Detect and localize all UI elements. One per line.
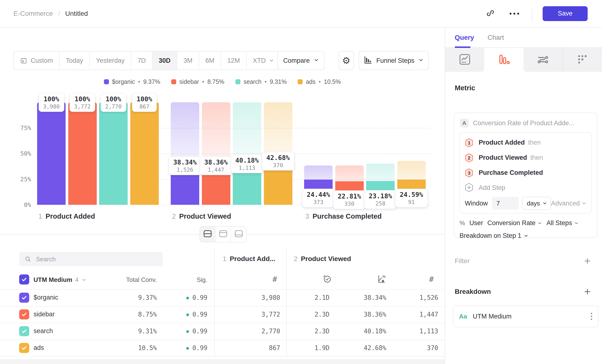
sig-header[interactable]: Sig. <box>153 276 207 284</box>
advanced-toggle[interactable]: Advanced <box>551 200 586 207</box>
bar-percent: 23.18% <box>369 192 392 200</box>
svg-text:2: 2 <box>468 155 471 160</box>
metric-section-label: Metric <box>455 84 475 92</box>
metric-step-1[interactable]: 1Product Addedthen <box>465 135 586 150</box>
tab-query[interactable]: Query <box>455 34 474 42</box>
select-all-checkbox[interactable] <box>19 274 29 285</box>
significance-cell: 0.99 <box>153 311 207 318</box>
conversion-window-row: Window 7 days Advanced <box>465 196 586 210</box>
step2-count-cell: 1,526 <box>390 294 438 301</box>
ellipsis-icon <box>510 13 519 15</box>
entity-selector[interactable]: User <box>469 219 483 227</box>
count-metric-icon[interactable]: # <box>272 275 277 284</box>
step-axis-label-3: 3Purchase Completed <box>305 212 382 220</box>
step2-count-cell: 370 <box>390 344 438 352</box>
avg-time-cell: 2.1D <box>282 294 330 301</box>
add-filter-button[interactable] <box>583 257 591 265</box>
svg-text:%: % <box>382 275 386 278</box>
bar-percent: 38.34% <box>173 158 197 166</box>
significance-dot <box>186 330 189 333</box>
metric-step-3[interactable]: 3Purchase Completed <box>465 165 586 180</box>
funnel-bar-ads-step1[interactable] <box>130 102 159 205</box>
bar-value-label: 38.34%1,526 <box>169 156 201 175</box>
measure-metric-label: Conversion Rate <box>487 219 536 227</box>
share-link-button[interactable] <box>484 7 497 20</box>
step1-count-cell: 3,772 <box>227 311 280 318</box>
split-view-icon <box>203 230 212 238</box>
save-button[interactable]: Save <box>543 6 588 21</box>
bar-value-label: 22.81%330 <box>333 190 366 209</box>
breakdown-property-name: UTM Medium <box>473 313 512 320</box>
window-unit-select[interactable]: days <box>522 197 551 210</box>
table-search-input[interactable]: Search <box>19 252 163 266</box>
total-conv-header[interactable]: Total Conv. <box>109 276 157 284</box>
breadcrumb-page-title[interactable]: Untitled <box>65 10 88 18</box>
measurement-row: % User Conversion Rate All Steps <box>460 219 592 227</box>
query-panel: Query Chart Metric A Conversion Rate of … <box>445 28 602 364</box>
steps-scope-selector[interactable]: All Steps <box>547 219 579 227</box>
window-value-input[interactable]: 7 <box>492 197 519 210</box>
table-row-organic[interactable]: $organic9.37%0.993,9802.1D38.34%1,526 <box>0 289 445 306</box>
count-metric-icon[interactable]: # <box>429 275 434 284</box>
breakdown-options-button[interactable] <box>591 313 592 320</box>
more-options-button[interactable] <box>508 7 521 20</box>
top-header: E-Commerce / Untitled Save <box>0 0 602 28</box>
step2-count-cell: 1,447 <box>390 311 438 318</box>
window-label: Window <box>465 200 488 207</box>
table-row-ads[interactable]: ads10.5%0.998671.9D42.68%370 <box>0 340 445 356</box>
breakdown-section: Breakdown <box>455 288 591 296</box>
row-checkbox[interactable] <box>19 293 29 303</box>
chevron-down-icon <box>574 221 579 225</box>
breakdown-header-label: UTM Medium <box>33 276 72 284</box>
add-breakdown-button[interactable] <box>583 288 591 296</box>
step-name: Product Add... <box>230 255 275 263</box>
table-row-search[interactable]: search9.31%0.992,7702.3D40.18%1,113 <box>0 323 445 340</box>
row-checkbox[interactable] <box>19 343 29 353</box>
step-number: 2 <box>294 255 298 263</box>
breakdown-column-header[interactable]: UTM Medium4 <box>33 276 86 284</box>
bar-value-label: 100%3,980 <box>39 93 64 112</box>
total-conversion-cell: 9.37% <box>109 294 157 301</box>
bar-value-label: 38.36%1,447 <box>200 156 232 175</box>
avg-time-metric-icon[interactable] <box>322 274 332 284</box>
metric-step-2[interactable]: 2Product Viewedthen <box>465 150 586 165</box>
funnel-bar-search-step1[interactable] <box>99 102 128 205</box>
metric-title-row[interactable]: A Conversion Rate of Product Adde... <box>460 119 592 128</box>
funnels-report-tab[interactable] <box>484 48 523 72</box>
bar-count: 1,447 <box>204 166 228 173</box>
funnel-icon <box>497 53 510 67</box>
table-bottom-strip <box>0 359 445 364</box>
step-hexagon-badge: 3 <box>465 168 473 178</box>
tab-chart[interactable]: Chart <box>488 34 504 42</box>
retention-report-tab[interactable] <box>563 48 602 72</box>
bar-value-label: 42.68%370 <box>262 152 294 171</box>
flows-report-tab[interactable] <box>524 48 563 72</box>
metric-step-name: Product Viewed <box>479 154 527 161</box>
funnel-analytics-app: E-Commerce / Untitled Save CustomTodayYe… <box>0 0 602 364</box>
layout-chart-only-button[interactable] <box>215 226 231 242</box>
row-checkbox[interactable] <box>19 309 29 320</box>
breakdown-property-card[interactable]: Aa UTM Medium <box>453 305 598 327</box>
breakdown-on-step-selector[interactable]: Breakdown on Step 1 <box>460 232 592 239</box>
funnel-bar-sidebar-step1[interactable] <box>68 102 97 205</box>
significance-cell: 0.99 <box>153 328 207 335</box>
bar-value-label: 24.59%91 <box>395 189 428 207</box>
row-checkbox[interactable] <box>19 326 29 336</box>
measure-metric-selector[interactable]: Conversion Rate <box>487 219 542 227</box>
table-row-sidebar[interactable]: sidebar8.75%0.993,7722.3D38.36%1,447 <box>0 306 445 323</box>
breakdown-count: 4 <box>75 276 78 284</box>
breadcrumb-project[interactable]: E-Commerce <box>13 10 53 18</box>
conversion-rate-cell: 38.34% <box>338 294 386 301</box>
conversion-rate-metric-icon[interactable]: % <box>376 274 387 284</box>
significance-dot <box>186 313 189 316</box>
funnel-bar-organic-step1[interactable] <box>37 102 66 205</box>
bar-value-label: 40.18%1,113 <box>231 154 263 173</box>
insights-report-tab[interactable] <box>445 48 484 72</box>
layout-table-only-button[interactable] <box>231 226 246 242</box>
add-step-button[interactable]: Add Step <box>465 180 586 195</box>
bar-count: 1,526 <box>173 166 197 173</box>
layout-split-button[interactable] <box>200 226 215 242</box>
table-step-header-1: 1Product Add... <box>223 255 275 266</box>
funnel-steps-card: 1Product Addedthen2Product Viewedthen3Pu… <box>460 132 592 214</box>
bar-count: 2,770 <box>105 103 122 110</box>
